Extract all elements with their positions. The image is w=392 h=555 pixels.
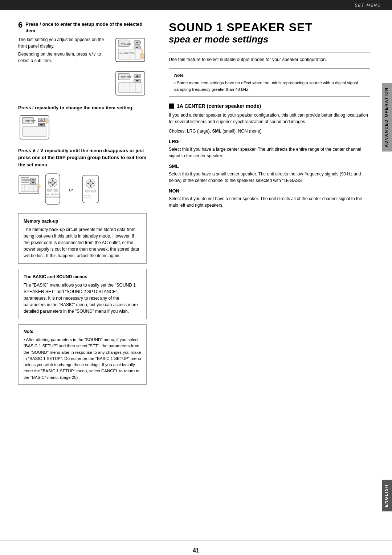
svg-text:HALL JAZZ ROCK: HALL JAZZ ROCK <box>46 194 60 195</box>
step-number: 6 <box>18 21 23 29</box>
right-column: SOUND 1 SPEAKER SET spea er mode setting… <box>156 10 392 540</box>
right-note-box: Note • Some menu item settings have no e… <box>169 68 370 97</box>
svg-rect-43 <box>21 185 38 192</box>
note-bullet: • After altering parameters in the "SOUN… <box>24 337 141 381</box>
advanced-operation-tab: ADVANCED OPERATION <box>382 83 392 151</box>
right-note-bullet: • Some menu item settings have no effect… <box>174 80 365 93</box>
1a-center-heading-text: 1A CENTER (center speaker mode) <box>177 103 261 109</box>
or-text: or <box>69 187 73 193</box>
step6-text: The last setting you adjusted appears on… <box>18 36 110 65</box>
svg-point-47 <box>37 184 40 189</box>
svg-rect-66 <box>85 190 90 192</box>
1a-center-section: 1A CENTER (center speaker mode) If you a… <box>169 103 370 134</box>
english-tab: English <box>382 480 392 511</box>
non-section: NON Select this if you do not have a cen… <box>169 188 370 208</box>
svg-rect-55 <box>47 189 52 191</box>
1a-center-heading: 1A CENTER (center speaker mode) <box>169 103 370 109</box>
device-illustration-1: PRESET HALL JAZZ ROCK <box>114 36 147 65</box>
note-label: Note <box>24 328 141 335</box>
top-bar: SET MENU <box>0 0 392 10</box>
right-intro: Use this feature to select suitable outp… <box>169 56 370 63</box>
memory-backup-box: Memory back-up The memory back-up circui… <box>18 213 147 264</box>
step6-content-row-2: PRESET <box>18 70 147 98</box>
lrg-title: LRG <box>169 139 370 144</box>
remote-illustration: PRESET <box>18 172 62 207</box>
svg-point-14 <box>140 53 144 59</box>
svg-rect-56 <box>54 189 58 191</box>
step6-para1: The last setting you adjusted appears on… <box>18 36 110 49</box>
menu-exit-section: Press ∧ / ∨ repeatedly until the menu di… <box>18 147 147 208</box>
sml-section: SML Select this if you have a small cent… <box>169 163 370 184</box>
svg-text:JAZZ: JAZZ <box>124 52 128 54</box>
basic-sound-title: The BASIC and SOUND menus <box>24 274 141 280</box>
page-container: SET MENU 6 Press / once to enter the set… <box>0 0 392 555</box>
sml-title: SML <box>169 163 370 169</box>
sml-body: Select this if you have a small center s… <box>169 171 370 184</box>
step6-section: 6 Press / once to enter the setup mode o… <box>18 21 147 98</box>
svg-point-35 <box>45 118 48 123</box>
svg-text:PRESET: PRESET <box>23 179 31 181</box>
black-square-icon <box>169 104 174 109</box>
sound-title-sub: spea er mode settings <box>169 34 370 45</box>
left-column: 6 Press / once to enter the setup mode o… <box>0 10 156 540</box>
page-number: 41 <box>0 540 392 555</box>
note-box: Note • After altering parameters in the … <box>18 324 147 385</box>
memory-backup-title: Memory back-up <box>24 218 141 224</box>
remote-illustration-2: ① ② ③ ④ ⑤ ⑥ ⑦ ⑧ <box>81 174 101 206</box>
svg-rect-23 <box>118 82 142 93</box>
header-label: SET MENU <box>355 3 381 7</box>
step6-title: Press / once to enter the setup mode of … <box>25 21 147 34</box>
svg-rect-67 <box>91 190 96 192</box>
memory-backup-body: The memory back-up circuit prevents the … <box>24 226 141 259</box>
choices-line: Choices: LRG (large), SML (small), NON (… <box>169 129 370 134</box>
device-illustration-3: PRESET <box>18 114 51 142</box>
svg-rect-7 <box>118 49 142 59</box>
svg-rect-34 <box>23 126 46 137</box>
or-row: PRESET <box>18 172 147 207</box>
step6-content-row: The last setting you adjusted appears on… <box>18 36 147 65</box>
device-illustration-2: PRESET <box>114 70 147 98</box>
press-content-row: PRESET <box>18 114 147 142</box>
sound-title-main: SOUND 1 SPEAKER SET <box>169 21 370 34</box>
menu-exit-bold-text: Press ∧ / ∨ repeatedly until the menu di… <box>18 147 147 169</box>
title-divider <box>169 52 370 53</box>
lrg-body: Select this if you have a large center s… <box>169 146 370 159</box>
svg-text:PRESET: PRESET <box>121 76 132 78</box>
1a-center-body: If you add a center speaker to your spea… <box>169 112 370 125</box>
lrg-section: LRG Select this if you have a large cent… <box>169 139 370 159</box>
svg-point-65 <box>89 182 92 185</box>
main-layout: 6 Press / once to enter the setup mode o… <box>0 10 392 540</box>
svg-text:HALL: HALL <box>119 52 124 54</box>
press-repeatedly-header: Press / repeatedly to change the menu it… <box>18 105 147 111</box>
sound-title-block: SOUND 1 SPEAKER SET spea er mode setting… <box>169 21 370 45</box>
press-repeatedly-section: Press / repeatedly to change the menu it… <box>18 105 147 142</box>
step6-para2: Depending on the menu item, press ∧/∨ to… <box>18 51 110 64</box>
basic-sound-box: The BASIC and SOUND menus The "BASIC" me… <box>18 269 147 319</box>
step6-header: 6 Press / once to enter the setup mode o… <box>18 21 147 34</box>
svg-point-54 <box>51 181 54 184</box>
svg-text:ROCK: ROCK <box>130 52 135 54</box>
svg-text:① ② ③ ④: ① ② ③ ④ <box>84 195 91 196</box>
non-title: NON <box>169 188 370 194</box>
right-note-label: Note <box>174 72 365 78</box>
basic-sound-body: The "BASIC" menu allows you to easily se… <box>24 282 141 315</box>
non-body: Select this if you do not have a center … <box>169 195 370 208</box>
svg-text:PRESET: PRESET <box>25 120 36 122</box>
svg-text:MUSIC TVTHR MV1: MUSIC TVTHR MV1 <box>46 197 62 198</box>
svg-text:PRESET: PRESET <box>121 42 132 45</box>
svg-text:⑤ ⑥ ⑦ ⑧: ⑤ ⑥ ⑦ ⑧ <box>83 197 90 199</box>
